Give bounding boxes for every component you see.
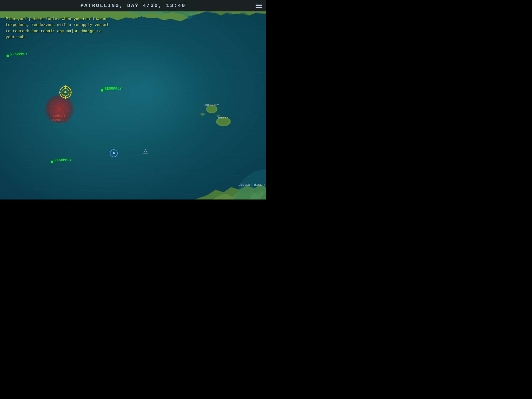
svg-text:JERSEY: JERSEY	[217, 116, 228, 119]
svg-text:CONVOY: CONVOY	[53, 114, 65, 118]
menu-line-3	[256, 7, 262, 8]
svg-point-42	[101, 89, 103, 92]
svg-point-43	[51, 161, 53, 163]
svg-point-13	[207, 106, 216, 112]
svg-text:RESUPPLY: RESUPPLY	[55, 158, 72, 162]
header-bar: PATROLLING, DAY 4/30, 13:40	[0, 0, 266, 11]
svg-point-36	[64, 91, 66, 93]
svg-text:LORIENT BASE (HOME): LORIENT BASE (HOME)	[238, 183, 266, 187]
svg-text:RESUPPLY: RESUPPLY	[10, 52, 28, 56]
menu-icon[interactable]	[255, 2, 262, 9]
instruction-box: Plan your patrol route. When you run low…	[2, 14, 116, 43]
svg-text:GUERNSEY: GUERNSEY	[204, 104, 219, 107]
svg-text:REPORTED: REPORTED	[51, 118, 68, 122]
svg-point-41	[6, 55, 9, 57]
header-title: PATROLLING, DAY 4/30, 13:40	[80, 3, 185, 9]
svg-point-16	[201, 113, 205, 116]
menu-line-2	[256, 5, 262, 6]
instruction-text: Plan your patrol route. When you run low…	[6, 17, 109, 39]
game-container: GUERNSEY JERSEY LORIENT BASE (HOME) RESU…	[0, 0, 266, 200]
menu-line-1	[256, 4, 262, 4]
svg-point-45	[113, 152, 115, 154]
svg-text:RESUPPLY: RESUPPLY	[105, 87, 122, 91]
